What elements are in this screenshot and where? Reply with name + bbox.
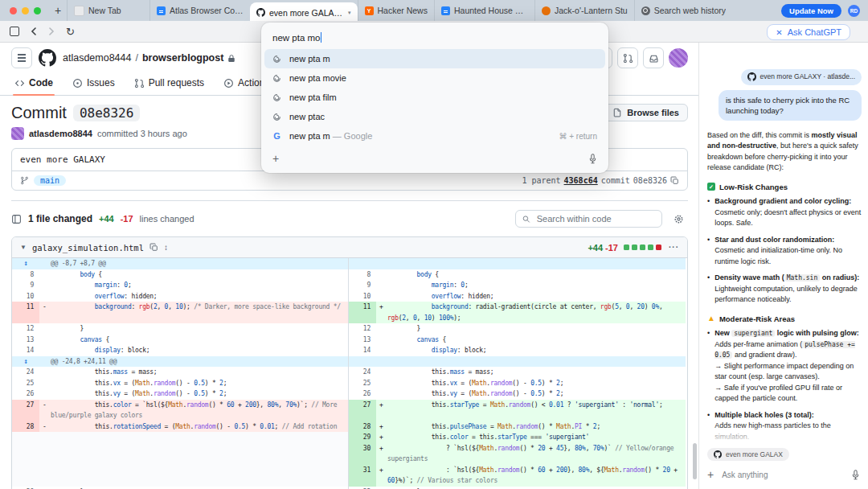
zoom-window-button[interactable] <box>34 7 41 14</box>
code-cell[interactable]: - background: rgb(2, 0, 10); /* Darker, … <box>39 302 349 323</box>
line-number[interactable]: 29 <box>12 487 39 489</box>
expand-all-icon[interactable]: ↕ <box>164 243 168 252</box>
line-number[interactable]: 12 <box>12 323 39 335</box>
copy-icon[interactable] <box>149 243 158 252</box>
page-scrollbar-thumb[interactable] <box>693 443 697 479</box>
close-window-button[interactable] <box>10 7 17 14</box>
line-number[interactable]: 27 <box>12 400 39 421</box>
line-number[interactable]: 28 <box>12 421 39 433</box>
code-cell[interactable]: body { <box>376 269 686 281</box>
code-cell[interactable]: } <box>376 323 686 335</box>
omnibox-add-button[interactable]: + <box>272 152 279 165</box>
line-number[interactable]: 24 <box>349 367 376 378</box>
code-cell[interactable]: display: block; <box>376 345 686 356</box>
line-number[interactable]: 14 <box>12 345 39 356</box>
line-number[interactable]: 11 <box>349 302 376 323</box>
repo-owner-link[interactable]: atlasdemo8444 <box>63 52 131 64</box>
line-number[interactable] <box>12 432 39 443</box>
reload-button[interactable]: ↻ <box>66 27 75 37</box>
line-number[interactable]: 9 <box>349 280 376 291</box>
repo-tab-issues[interactable]: Issues <box>66 72 121 95</box>
suggestion-item[interactable]: new pta m <box>264 49 605 68</box>
tab-search-web-history[interactable]: Search web history <box>634 0 732 21</box>
line-number[interactable]: 24 <box>12 367 39 378</box>
line-number[interactable]: 25 <box>349 378 376 389</box>
line-number[interactable]: 32 <box>349 487 376 489</box>
copy-icon[interactable] <box>670 176 679 185</box>
code-cell[interactable]: overflow: hidden; <box>376 291 686 302</box>
code-cell[interactable] <box>39 443 349 465</box>
code-cell[interactable]: margin: 0; <box>39 280 349 291</box>
line-number[interactable] <box>12 443 39 465</box>
repo-name-link[interactable]: browserblogpost <box>142 52 223 64</box>
branch-badge[interactable]: main <box>34 175 66 186</box>
code-cell[interactable]: } <box>39 323 349 335</box>
code-cell[interactable] <box>39 465 349 487</box>
line-number[interactable]: 14 <box>349 345 376 356</box>
inbox-icon-button[interactable] <box>643 47 664 68</box>
ask-chatgpt-button[interactable]: ✕ Ask ChatGPT <box>767 24 850 40</box>
code-cell[interactable]: this.vy = (Math.random() - 0.5) * 2; <box>376 388 686 400</box>
code-cell[interactable] <box>39 432 349 443</box>
code-cell[interactable]: - this.color = `hsl(${Math.random() * 60… <box>39 400 349 421</box>
profile-avatar[interactable]: RD <box>848 5 860 17</box>
code-cell[interactable]: this.mass = mass; <box>39 367 349 378</box>
add-attachment-button[interactable]: + <box>707 468 714 481</box>
line-number[interactable]: 31 <box>349 465 376 487</box>
suggestion-item[interactable]: new pta film <box>264 88 605 107</box>
code-cell[interactable]: this.vx = (Math.random() - 0.5) * 2; <box>39 378 349 389</box>
code-cell[interactable]: - this.rotationSpeed = (Math.random() - … <box>39 421 349 433</box>
code-cell[interactable]: margin: 0; <box>376 280 686 291</box>
code-cell[interactable]: canvas { <box>376 335 686 346</box>
code-cell[interactable]: + this.pulsePhase = Math.random() * Math… <box>376 421 686 433</box>
minimize-window-button[interactable] <box>22 7 29 14</box>
code-cell[interactable]: overflow: hidden; <box>39 291 349 302</box>
line-number[interactable]: 11 <box>12 302 39 323</box>
pull-requests-icon-button[interactable] <box>617 47 638 68</box>
line-number[interactable]: 9 <box>12 280 39 291</box>
update-now-button[interactable]: Update Now <box>781 4 841 18</box>
suggestion-item[interactable]: new ptac <box>264 107 605 126</box>
chat-context-chip[interactable]: even more GALAXY · atlasde... <box>741 69 862 85</box>
line-number[interactable]: 13 <box>12 335 39 346</box>
collapse-file-chevron-icon[interactable]: ▼ <box>20 244 27 251</box>
line-number[interactable]: 10 <box>349 291 376 302</box>
suggestion-item[interactable]: new pta movie <box>264 68 605 88</box>
conversation-context-chip[interactable]: even more GALAX <box>707 448 789 461</box>
code-cell[interactable]: body { <box>39 269 349 281</box>
hamburger-menu-button[interactable] <box>11 47 32 68</box>
tab-even-more-galaxy[interactable]: even more GALAXY▾ <box>250 2 358 21</box>
code-cell[interactable]: this.vx = (Math.random() - 0.5) * 2; <box>376 378 686 389</box>
code-cell[interactable]: display: block; <box>39 345 349 356</box>
code-cell[interactable]: + background: radial-gradient(circle at … <box>376 302 686 323</box>
line-number[interactable]: 13 <box>349 335 376 346</box>
omnibox-input[interactable]: new pta mo <box>261 27 608 49</box>
line-number[interactable]: 8 <box>12 269 39 281</box>
code-cell[interactable]: + : `hsl(${Math.random() * 60 + 200}, 80… <box>376 465 686 487</box>
code-cell[interactable]: } <box>376 487 686 489</box>
code-cell[interactable]: canvas { <box>39 335 349 346</box>
tab-options-caret-icon[interactable]: ▾ <box>348 10 351 16</box>
line-number[interactable]: 27 <box>349 400 376 421</box>
file-diff-icon[interactable] <box>11 214 22 224</box>
line-number[interactable]: 26 <box>349 388 376 400</box>
line-number[interactable]: 10 <box>12 291 39 302</box>
tab-new-tab[interactable]: New Tab <box>67 0 149 21</box>
line-number[interactable]: 12 <box>349 323 376 335</box>
code-cell[interactable]: this.vy = (Math.random() - 0.5) * 2; <box>39 388 349 400</box>
repo-tab-code[interactable]: Code <box>8 72 59 95</box>
diff-settings-button[interactable] <box>669 209 688 228</box>
line-number[interactable]: 30 <box>349 443 376 465</box>
code-cell[interactable]: + ? `hsl(${Math.random() * 20 + 45}, 80%… <box>376 443 686 465</box>
tab-overview-button[interactable] <box>10 27 19 36</box>
new-tab-plus-button[interactable]: + <box>49 0 67 21</box>
user-avatar[interactable] <box>669 48 688 68</box>
voice-search-microphone-icon[interactable] <box>588 154 597 164</box>
tab-haunted-house-plan[interactable]: Haunted House Plan <box>434 0 534 21</box>
forward-button[interactable] <box>48 27 55 35</box>
github-logo-icon[interactable] <box>39 49 56 67</box>
line-number[interactable]: 25 <box>12 378 39 389</box>
back-button[interactable] <box>31 27 37 35</box>
tab-jack-o-lantern-stu[interactable]: Jack-o'-Lantern Stu <box>534 0 634 21</box>
code-cell[interactable]: this.mass = mass; <box>376 367 686 378</box>
